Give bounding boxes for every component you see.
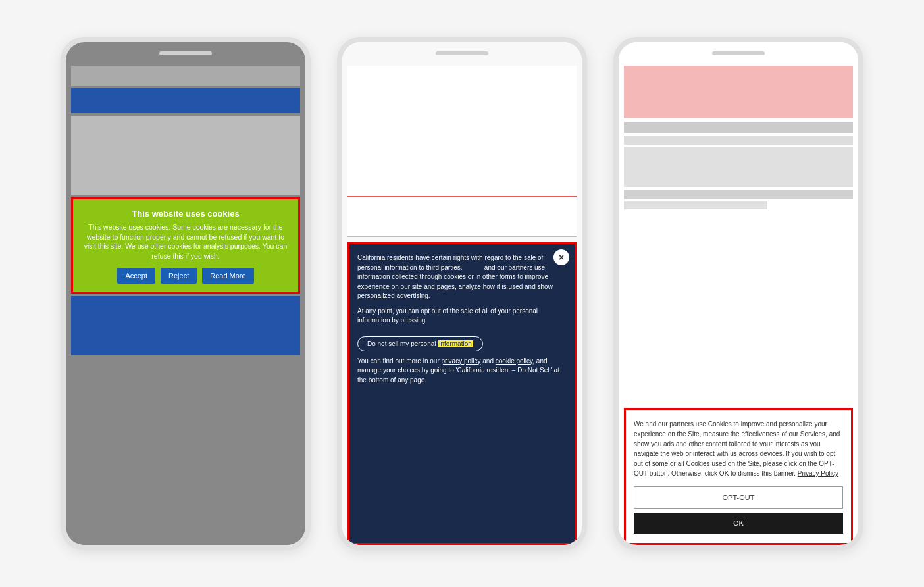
ok-button[interactable]: OK: [634, 513, 843, 534]
phone-3: We and our partners use Cookies to impro…: [613, 37, 863, 550]
ccpa-text1: California residents have certain rights…: [357, 253, 567, 301]
phone1-gray-bottom: [71, 355, 300, 545]
cookie-banner-title: This website uses cookies: [81, 209, 290, 218]
phone2-white-top: [347, 66, 577, 197]
phone2-ccpa-banner: × California residents have certain righ…: [347, 242, 577, 545]
phone1-blue-bar: [71, 88, 300, 113]
phone1-content: This website uses cookies This website u…: [66, 42, 305, 545]
privacy-policy-link[interactable]: privacy policy: [442, 357, 481, 365]
phone1-bottom-blue: [71, 296, 300, 355]
phone3-gray4: [624, 190, 853, 199]
do-not-sell-label: Do not sell my personal information: [367, 340, 473, 347]
highlight-information: information: [438, 340, 473, 347]
phone1-gray-top: [71, 66, 300, 86]
phone-1: This website uses cookies This website u…: [61, 37, 311, 550]
phone3-cookie-banner: We and our partners use Cookies to impro…: [624, 408, 853, 545]
read-more-button[interactable]: Read More: [202, 268, 253, 284]
phone3-pink-top: [624, 66, 853, 118]
phone3-cookie-text: We and our partners use Cookies to impro…: [634, 419, 843, 478]
phone3-gray5: [624, 201, 767, 209]
phone3-gray1: [624, 122, 853, 133]
ccpa-text2: At any point, you can opt out of the sal…: [357, 307, 567, 326]
phone3-gray2: [624, 136, 853, 145]
phone1-gray-block: [71, 116, 300, 195]
privacy-policy-link[interactable]: Privacy Policy: [798, 470, 838, 477]
phone3-content: We and our partners use Cookies to impro…: [619, 42, 858, 545]
do-not-sell-button[interactable]: Do not sell my personal information: [357, 336, 483, 351]
phone2-content: × California residents have certain righ…: [342, 42, 582, 545]
phone2-white-mid: [347, 197, 577, 237]
opt-out-button[interactable]: OPT-OUT: [634, 486, 843, 509]
phone3-spacer: [619, 211, 858, 403]
cookie-banner-buttons: Accept Reject Read More: [81, 268, 290, 284]
phone1-cookie-banner: This website uses cookies This website u…: [71, 197, 300, 294]
cookie-banner-text: This website uses cookies. Some cookies …: [81, 222, 290, 261]
phone-2: × California residents have certain righ…: [337, 37, 587, 550]
ccpa-close-button[interactable]: ×: [553, 249, 569, 265]
phone3-gray3: [624, 147, 853, 187]
cookie-policy-link[interactable]: cookie policy: [496, 357, 533, 365]
ccpa-text3: You can find out more in our privacy pol…: [357, 357, 567, 386]
reject-button[interactable]: Reject: [161, 268, 197, 284]
accept-button[interactable]: Accept: [117, 268, 155, 284]
close-icon: ×: [559, 252, 564, 263]
